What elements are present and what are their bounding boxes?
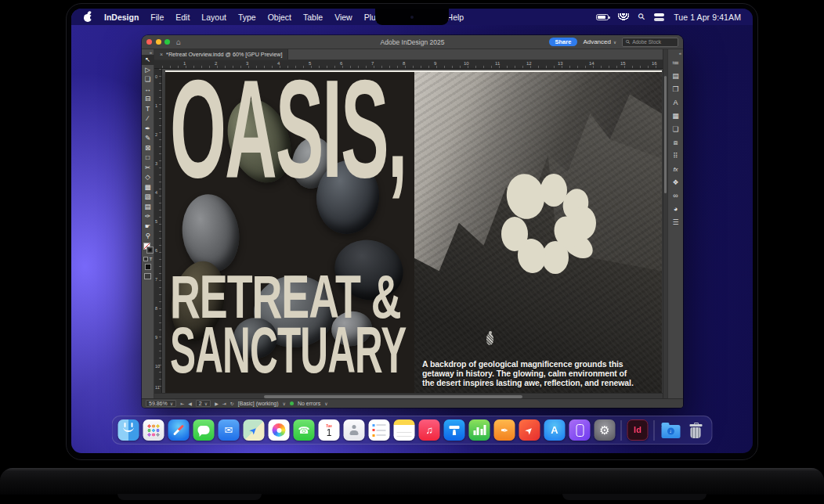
stroke-swatch[interactable] (146, 247, 154, 254)
tools-overflow-icon[interactable]: » (150, 49, 154, 55)
gradient-tool[interactable]: ▩ (142, 182, 154, 193)
horizontal-scroll-thumb[interactable] (264, 395, 522, 398)
vertical-scrollbar[interactable] (663, 49, 667, 398)
line-tool[interactable]: ∕ (142, 113, 154, 124)
preflight-icon[interactable]: ↻ (230, 401, 234, 406)
dock-messages-icon[interactable] (193, 419, 215, 441)
free-transform-tool[interactable]: ◇ (142, 172, 154, 182)
vertical-scroll-thumb[interactable] (664, 76, 667, 193)
dock-trash-icon[interactable] (685, 419, 707, 441)
dock-contacts-icon[interactable] (344, 419, 365, 441)
page-number-dropdown[interactable]: 2 ∨ (196, 400, 211, 407)
frame-tool[interactable]: ⊠ (142, 143, 154, 153)
menu-table[interactable]: Table (303, 13, 323, 22)
pen-tool[interactable]: ✒ (142, 124, 154, 134)
selection-tool[interactable]: ↖ (142, 55, 154, 65)
effects-panel-button[interactable]: fx (668, 163, 684, 176)
menu-clock[interactable]: Tue 1 Apr 9:41AM (674, 13, 741, 22)
formatting-container-button[interactable] (143, 257, 148, 261)
properties-panel-button[interactable]: ≔ (668, 56, 684, 70)
spotlight-search-icon[interactable]: ⚲ (636, 12, 646, 22)
zoom-window-button[interactable] (164, 39, 170, 45)
links-panel-button[interactable]: ⧈ (668, 136, 684, 149)
minimize-window-button[interactable] (156, 39, 161, 45)
right-page[interactable]: A backdrop of geological magnificence gr… (414, 72, 662, 393)
gap-tool[interactable]: ↔ (142, 85, 154, 95)
fill-stroke-swatches[interactable] (142, 243, 154, 255)
menu-app-name[interactable]: InDesign (104, 13, 139, 22)
dock-keynote-icon[interactable] (444, 419, 465, 441)
dock-rocket-app-icon[interactable]: ➤ (519, 419, 540, 441)
dock-mail-icon[interactable]: ✉ (219, 419, 240, 441)
horizontal-ruler[interactable]: 1 2 3 4 5 6 7 8 9 10 11 12 13 14 (154, 60, 663, 69)
text-wrap-panel-button[interactable]: ▦ (668, 110, 684, 123)
menu-object[interactable]: Object (268, 13, 291, 22)
scissors-tool[interactable]: ✂ (142, 163, 154, 173)
object-styles-panel-button[interactable]: ❖ (668, 176, 684, 189)
menu-file[interactable]: File (150, 13, 164, 22)
menu-view[interactable]: View (334, 13, 352, 22)
horizontal-scrollbar[interactable] (154, 393, 663, 398)
tab-close-icon[interactable]: × (160, 52, 163, 57)
formatting-text-button[interactable]: T (150, 257, 153, 261)
page-tool[interactable]: ❏ (142, 74, 154, 85)
pencil-tool[interactable]: ✎ (142, 133, 154, 143)
cc-libraries-panel-button[interactable]: ▤ (668, 70, 684, 83)
control-center-icon[interactable] (654, 13, 664, 21)
rectangle-tool[interactable]: □ (142, 153, 154, 163)
dock-notes-icon[interactable] (394, 419, 415, 441)
document-spread[interactable]: OASIS, RETREAT & SANCTUARY (165, 70, 662, 393)
direct-selection-tool[interactable]: ▷ (142, 65, 154, 75)
previous-page-button[interactable]: ◀ (188, 401, 192, 406)
document-tab[interactable]: × *Retreat Overview.indd @ 60% [GPU Prev… (154, 49, 288, 59)
first-page-button[interactable]: ⇤ (180, 401, 184, 406)
dock-finder-icon[interactable] (118, 419, 139, 441)
color-panel-button[interactable]: ◕ (668, 203, 684, 216)
dock-reminders-icon[interactable] (369, 419, 390, 441)
menu-edit[interactable]: Edit (175, 13, 190, 22)
swatches-panel-button[interactable]: ∞ (668, 189, 684, 203)
type-tool[interactable]: T (142, 104, 154, 114)
zoom-level-dropdown[interactable]: 59.86% ∨ (146, 400, 176, 407)
screen-mode-button[interactable] (144, 273, 151, 279)
eyedropper-tool[interactable]: ✑ (142, 211, 154, 221)
dock-pages-icon[interactable]: ✒ (494, 419, 515, 441)
zoom-tool[interactable]: ⚲ (142, 231, 154, 241)
dock-music-icon[interactable]: ♫ (419, 419, 440, 441)
character-panel-button[interactable]: A (668, 96, 684, 110)
layers-panel-button[interactable]: ❏ (668, 123, 684, 136)
home-icon[interactable]: ⌂ (176, 38, 181, 46)
apple-menu-icon[interactable] (83, 12, 92, 22)
battery-icon[interactable] (596, 14, 609, 20)
align-panel-button[interactable]: ⠿ (668, 149, 684, 163)
dock-phone-icon[interactable]: ☎ (294, 419, 315, 441)
dock-launchpad-icon[interactable] (143, 419, 164, 441)
stroke-panel-button[interactable]: ☰ (668, 216, 684, 229)
dock-downloads-folder-icon[interactable]: ↓ (660, 419, 681, 441)
dock-indesign-icon[interactable]: Id (627, 419, 649, 441)
dock-maps-icon[interactable]: ➤ (244, 419, 265, 441)
dock-calendar-icon[interactable]: Tue 1 (319, 419, 340, 441)
menu-help[interactable]: Help (447, 13, 464, 22)
content-collector-tool[interactable]: ⊟ (142, 94, 154, 104)
dock-safari-icon[interactable] (168, 419, 190, 441)
close-window-button[interactable] (146, 39, 152, 45)
dock-numbers-icon[interactable] (469, 419, 490, 441)
menu-layout[interactable]: Layout (201, 13, 226, 22)
workspace-switcher[interactable]: Advanced ∨ (583, 38, 616, 45)
dock-photos-icon[interactable] (269, 419, 290, 441)
wifi-icon[interactable] (618, 13, 629, 20)
dock-system-settings-icon[interactable]: ⚙ (595, 419, 616, 441)
share-button[interactable]: Share (549, 38, 578, 47)
left-page[interactable]: OASIS, RETREAT & SANCTUARY (165, 72, 414, 393)
hand-tool[interactable]: ☛ (142, 221, 154, 232)
note-tool[interactable]: ▤ (142, 202, 154, 212)
apply-color-button[interactable] (145, 264, 151, 270)
dock-iphone-mirroring-icon[interactable] (569, 419, 591, 441)
expand-panels-icon[interactable]: « (679, 49, 683, 56)
window-titlebar[interactable]: ⌂ Adobe InDesign 2025 Share Advanced ∨ ⚲… (142, 35, 683, 49)
gradient-feather-tool[interactable]: ▨ (142, 192, 154, 202)
preflight-profile[interactable]: [Basic] (working) (238, 401, 279, 406)
vertical-ruler[interactable]: 0 1 2 3 4 5 6 7 8 9 10 11 (154, 69, 162, 393)
dock-app-store-icon[interactable]: A (544, 419, 566, 441)
